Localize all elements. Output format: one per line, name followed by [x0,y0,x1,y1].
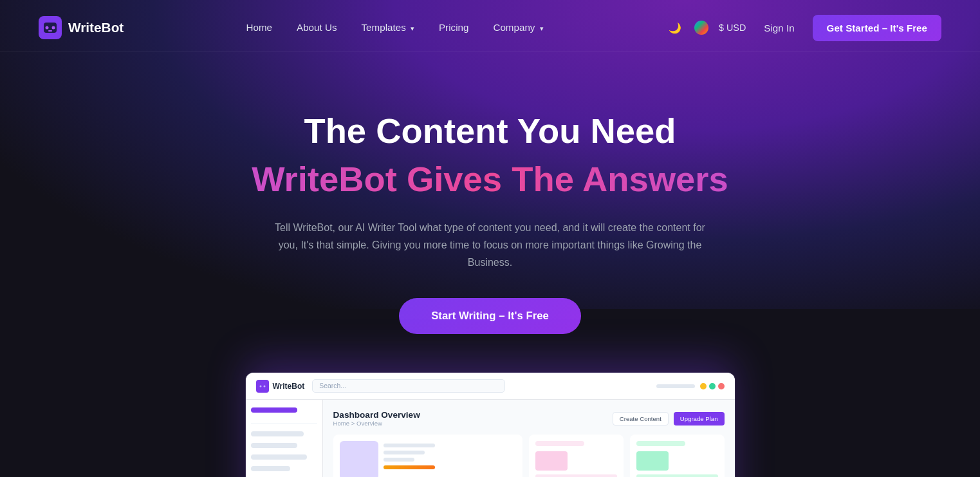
card-content [340,441,516,477]
right-card-1-accent [535,451,568,471]
card-line-3 [384,458,414,462]
hero-description: Tell WriteBot, our AI Writer Tool what t… [272,219,709,272]
dashboard-title-area: Dashboard Overview Home > Overview [333,410,420,427]
moon-icon: 🌙 [669,22,681,34]
writebot-logo-icon [39,16,62,39]
dashboard-action-buttons: Create Content Upgrade Plan [613,412,725,426]
start-writing-button[interactable]: Start Writing – It's Free [399,298,581,334]
right-card-2 [630,435,725,477]
hero-title-line2: WriteBot Gives The Answers [13,158,967,200]
nav-pricing[interactable]: Pricing [429,17,479,38]
sidebar-item-1[interactable] [251,431,304,436]
svg-rect-4 [48,30,52,32]
card-text-lines [384,441,435,477]
main-dashboard-card: Overview My Plan Transactions Profile [333,435,522,477]
dash-window-controls [700,383,725,389]
minimize-dot [700,383,707,389]
svg-rect-5 [256,380,269,393]
create-content-button[interactable]: Create Content [613,412,669,426]
sidebar-item-active[interactable] [251,407,297,413]
dashboard-logo: WriteBot [256,380,305,393]
dashboard-search[interactable]: Search... [312,379,505,393]
right-card-2-header [636,441,685,446]
sidebar-item-4[interactable] [251,466,291,471]
dashboard-preview: WriteBot Search... [233,373,748,477]
svg-point-2 [46,26,49,30]
dashboard-frame: WriteBot Search... [246,373,735,477]
dashboard-content: Dashboard Overview Home > Overview Creat… [246,400,735,477]
sidebar-item-2[interactable] [251,443,297,448]
sign-in-button[interactable]: Sign In [756,17,802,39]
svg-point-7 [263,385,265,387]
templates-dropdown-arrow: ▾ [411,24,414,32]
dashboard-logo-text: WriteBot [273,382,305,391]
navbar: WriteBot Home About Us Templates ▾ Prici… [0,4,980,52]
search-placeholder: Search... [319,382,346,389]
nav-templates[interactable]: Templates ▾ [351,17,425,38]
company-dropdown-arrow: ▾ [540,24,544,32]
currency-selector[interactable]: $ USD [719,23,746,33]
svg-point-6 [259,385,261,387]
right-card-1 [529,435,624,477]
right-card-1-line [535,474,617,477]
nav-menu: Home About Us Templates ▾ Pricing Compan… [236,22,554,33]
right-card-2-line [636,474,718,477]
card-accent-bar [384,465,435,469]
right-card-1-header [535,441,584,446]
language-flag[interactable] [694,21,708,35]
dashboard-topbar: WriteBot Search... [246,373,735,400]
dashboard-topbar-actions [656,383,725,389]
dashboard-cards-row: Overview My Plan Transactions Profile [333,435,725,477]
dashboard-main-header: Dashboard Overview Home > Overview Creat… [333,410,725,427]
logo-text: WriteBot [68,20,124,35]
sidebar-item-3[interactable] [251,454,308,460]
upgrade-plan-button[interactable]: Upgrade Plan [674,412,725,426]
card-line-1 [384,444,435,447]
dash-topbar-bar1 [656,384,695,388]
get-started-button[interactable]: Get Started – It's Free [813,15,941,41]
dashboard-logo-icon [256,380,269,393]
nav-about[interactable]: About Us [286,17,347,38]
nav-actions: 🌙 $ USD Sign In Get Started – It's Free [666,15,941,41]
dashboard-breadcrumb: Home > Overview [333,420,420,427]
nav-company[interactable]: Company ▾ [483,17,553,38]
dashboard-sidebar [246,400,323,477]
nav-home[interactable]: Home [236,17,283,38]
right-card-2-accent [636,451,669,471]
dashboard-title: Dashboard Overview [333,410,420,420]
close-dot [718,383,725,389]
hero-title-line1: The Content You Need [13,110,967,152]
svg-point-3 [52,26,55,30]
dashboard-main: Dashboard Overview Home > Overview Creat… [323,400,735,477]
hero-section: The Content You Need WriteBot Gives The … [0,52,980,373]
sidebar-divider [251,423,317,424]
dark-mode-toggle[interactable]: 🌙 [666,19,684,37]
maximize-dot [709,383,716,389]
card-image [340,441,378,477]
card-line-2 [384,451,425,454]
logo-link[interactable]: WriteBot [39,16,124,39]
